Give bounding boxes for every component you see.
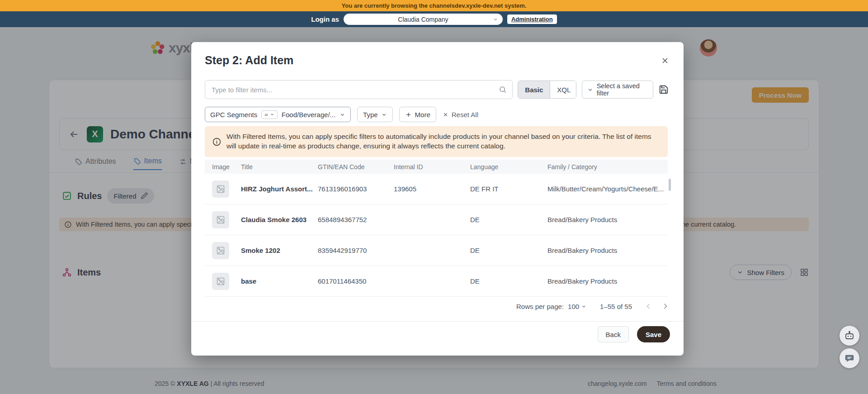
back-button[interactable]: Back [598, 326, 629, 342]
col-image: Image [205, 163, 241, 171]
save-filter-icon[interactable] [658, 83, 670, 96]
rows-per-page-value: 100 [568, 303, 579, 310]
col-language: Language [470, 163, 547, 171]
page-prev-icon[interactable] [644, 302, 653, 311]
plus-icon [405, 111, 412, 118]
item-language: DE [470, 277, 547, 285]
table-row[interactable]: base 6017011464350 DE Bread/Bakery Produ… [205, 266, 668, 297]
gpc-filter-label: GPC Segments [210, 111, 257, 119]
item-gtin: 7613196016903 [318, 185, 394, 193]
item-internal-id: 139605 [394, 185, 470, 193]
more-filters-button[interactable]: More [399, 107, 436, 122]
modal-title: Step 2: Add Item [205, 54, 293, 67]
assistant-bot-button[interactable] [840, 326, 859, 346]
save-button[interactable]: Save [637, 326, 670, 342]
reset-x-icon [443, 112, 448, 118]
item-gtin: 6584894367752 [318, 216, 394, 223]
close-icon[interactable] [659, 55, 671, 66]
table-scrollbar[interactable] [669, 179, 671, 191]
col-family: Family / Category [547, 163, 668, 171]
company-select-value: Claudia Company [398, 16, 448, 23]
pagination: Rows per page: 100 1–55 of 55 [516, 299, 670, 314]
item-language: DE FR IT [470, 185, 547, 193]
more-filters-label: More [415, 111, 430, 119]
image-placeholder-icon [212, 242, 229, 259]
type-filter-chip[interactable]: Type [357, 107, 393, 122]
filter-chips-row: GPC Segments = Food/Beverage/... Type Mo… [205, 107, 478, 122]
item-gtin: 8359442919770 [318, 247, 394, 254]
col-gtin: GTIN/EAN Code [318, 163, 394, 171]
query-mode-toggle: Basic XQL [518, 81, 576, 99]
gpc-filter-value: Food/Beverage/... [282, 111, 335, 119]
chevron-down-icon [493, 17, 498, 22]
col-title: Title [241, 163, 318, 171]
chevron-down-icon [340, 112, 345, 118]
chat-button[interactable] [840, 348, 859, 368]
item-language: DE [470, 247, 547, 254]
gpc-operator-select[interactable]: = [261, 110, 278, 119]
table-row[interactable]: Smoke 1202 8359442919770 DE Bread/Bakery… [205, 235, 668, 266]
robot-icon [844, 330, 855, 341]
rows-per-page-select[interactable]: 100 [568, 303, 586, 310]
item-language: DE [470, 216, 547, 223]
modal-info-text: With Filtered Items, you can apply speci… [226, 132, 660, 151]
saved-filter-label: Select a saved filter [597, 82, 648, 97]
chat-icon [844, 353, 854, 363]
rows-per-page-label: Rows per page: [516, 303, 564, 310]
item-family: Milk/Butter/Cream/Yogurts/Cheese/E... [547, 185, 668, 193]
system-banner: You are currently browsing the channelsd… [0, 0, 868, 11]
col-internal-id: Internal ID [394, 163, 470, 171]
image-placeholder-icon [212, 211, 229, 228]
item-gtin: 6017011464350 [318, 277, 394, 285]
gpc-segments-filter-chip[interactable]: GPC Segments = Food/Beverage/... [205, 107, 351, 122]
system-banner-text: You are currently browsing the channelsd… [342, 2, 527, 9]
table-row[interactable]: Claudia Smoke 2603 6584894367752 DE Brea… [205, 204, 668, 235]
page-next-icon[interactable] [661, 302, 670, 311]
image-placeholder-icon [212, 180, 229, 198]
navbar: Login as Claudia Company Administration [0, 11, 868, 27]
item-title: Smoke 1202 [241, 247, 318, 254]
chevron-down-icon [381, 112, 387, 118]
search-icon [499, 85, 507, 94]
add-item-modal: Step 2: Add Item Basic XQL Select a save… [191, 42, 684, 356]
item-title: HIRZ Joghurt Assort... [241, 185, 318, 193]
item-family: Bread/Bakery Products [547, 216, 668, 223]
items-table: Image Title GTIN/EAN Code Internal ID La… [205, 160, 668, 297]
item-title: base [241, 277, 318, 285]
image-placeholder-icon [212, 273, 229, 290]
item-family: Bread/Bakery Products [547, 277, 668, 285]
mode-basic-button[interactable]: Basic [518, 81, 550, 98]
modal-search-row: Basic XQL Select a saved filter [205, 80, 670, 99]
mode-xql-button[interactable]: XQL [550, 81, 576, 98]
modal-actions: Back Save [598, 326, 670, 342]
info-icon [212, 137, 222, 147]
table-row[interactable]: HIRZ Joghurt Assort... 7613196016903 139… [205, 174, 668, 204]
item-title: Claudia Smoke 2603 [241, 216, 318, 223]
pagination-range: 1–55 of 55 [600, 303, 632, 310]
type-filter-label: Type [363, 111, 378, 119]
table-header: Image Title GTIN/EAN Code Internal ID La… [205, 160, 668, 174]
divider [191, 321, 684, 322]
reset-all-label: Reset All [452, 111, 478, 119]
chevron-down-icon [587, 87, 593, 93]
reset-all-button[interactable]: Reset All [443, 111, 478, 119]
company-select[interactable]: Claudia Company [344, 14, 503, 25]
modal-info-banner: With Filtered Items, you can apply speci… [205, 126, 668, 157]
item-filter-input[interactable] [205, 80, 513, 99]
saved-filter-select[interactable]: Select a saved filter [582, 81, 653, 99]
administration-link[interactable]: Administration [507, 14, 557, 24]
login-as-label: Login as [311, 15, 339, 23]
gpc-operator-value: = [264, 111, 268, 118]
item-family: Bread/Bakery Products [547, 247, 668, 254]
